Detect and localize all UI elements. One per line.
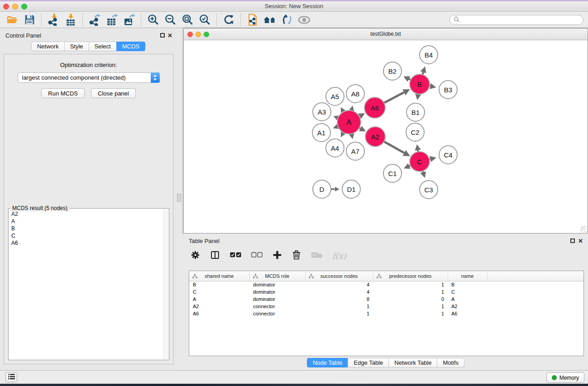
graphics-details-button[interactable] [278,13,296,27]
status-menu-button[interactable] [5,372,17,382]
zoom-selected-button[interactable] [196,13,213,27]
mcds-result-item[interactable]: A [10,218,163,225]
run-mcds-button[interactable]: Run MCDS [41,88,85,98]
tab-network-table[interactable]: Network Table [388,358,437,367]
network-minimize-button[interactable] [196,32,201,37]
close-panel-icon[interactable]: ✕ [167,32,172,39]
graph-node-label: A8 [351,90,359,98]
zoom-fit-icon [182,14,194,26]
network-window-titlebar[interactable]: testGlobe.txt [184,29,588,40]
close-window-button[interactable] [3,4,9,10]
tab-edge-table[interactable]: Edge Table [348,358,389,367]
mcds-result-item[interactable]: C [10,232,163,239]
tab-network[interactable]: Network [31,42,65,51]
table-row[interactable]: Adominator80A [189,295,583,303]
tab-motifs[interactable]: Motifs [437,358,464,367]
network-window-title: testGlobe.txt [184,29,588,40]
memory-button[interactable]: Memory [546,372,584,383]
table-row[interactable]: A6connector11A6 [189,310,583,317]
graph-node-label: C4 [444,151,452,159]
close-panel-icon[interactable]: ✕ [578,238,583,244]
control-panel-title: Control Panel [5,32,41,39]
main-content: Control Panel ✕ Network Style Select MCD… [0,28,588,370]
gear-icon [191,250,200,262]
zoom-fit-button[interactable] [179,13,196,27]
first-neighbors-icon [263,14,276,26]
mcds-result-item[interactable]: A2 [10,210,163,218]
export-table-icon [106,14,118,26]
export-table-button[interactable] [103,13,120,27]
column-header-filler [487,271,583,281]
column-header-successor-nodes[interactable]: successor nodes [305,271,373,281]
graph-node-label: C2 [411,129,419,136]
tab-style[interactable]: Style [64,42,89,51]
float-panel-icon[interactable] [160,33,165,38]
refresh-view-button[interactable] [220,13,237,27]
tab-mcds[interactable]: MCDS [116,42,145,51]
network-canvas[interactable]: B4B2BB3A8A5A6B1A3AC2A1A2A4A7C4CC1C3DD1 [184,40,588,233]
column-header-mcds-role[interactable]: MCDS role [249,271,305,281]
mcds-result-box: MCDS result (5 nodes) A2ABCA6 [8,208,169,360]
table-row[interactable]: Bdominator41B [189,281,583,288]
graph-node-label: A4 [331,144,339,152]
import-network-button[interactable] [45,13,62,27]
zoom-in-button[interactable] [144,13,162,27]
mcds-result-list: A2ABCA6 [10,210,163,359]
plus-icon [272,250,282,262]
optimization-criterion-dropdown[interactable]: largest connected component (directed) [18,72,160,83]
attribute-tree-icon [253,274,258,280]
status-bar: Memory [0,370,588,384]
minimize-window-button[interactable] [12,4,18,10]
mcds-result-item[interactable]: A6 [10,239,163,247]
mcds-result-item[interactable]: B [10,225,163,232]
zoom-in-icon [147,14,159,26]
panel-divider-handle[interactable] [177,194,181,202]
table-row[interactable]: Cdominator41C [189,288,583,295]
deselect-all-button[interactable] [251,252,263,260]
network-close-button[interactable] [187,32,193,37]
memory-label: Memory [559,375,579,381]
first-neighbors-button[interactable] [261,13,278,27]
add-column-button[interactable] [272,250,282,262]
column-header-name[interactable]: name [448,271,487,281]
show-column-button[interactable] [210,250,220,262]
close-panel-button[interactable]: Close panel [91,88,136,98]
zoom-out-button[interactable] [162,13,179,27]
window-resize-grip[interactable] [580,226,587,233]
table-panel: Table Panel ✕ f(x) shared name MCDS role [183,234,588,370]
search-input[interactable] [462,16,579,24]
import-table-button[interactable] [62,13,79,27]
tab-select[interactable]: Select [89,42,117,51]
column-icon [210,250,220,262]
export-image-button[interactable] [120,13,138,27]
function-builder-button[interactable]: f(x) [332,251,346,261]
open-file-button[interactable] [4,13,21,27]
result-scrollbar[interactable] [163,209,168,359]
new-network-from-selection-button[interactable] [244,13,261,27]
network-graph: B4B2BB3A8A5A6B1A3AC2A1A2A4A7C4CC1C3DD1 [184,40,588,233]
select-all-button[interactable] [230,252,241,260]
export-network-button[interactable] [86,13,103,27]
zoom-out-icon [164,14,177,26]
column-header-predecessor-nodes[interactable]: predecessor nodes [373,271,448,281]
float-panel-icon[interactable] [570,238,575,243]
unchecked-boxes-icon [251,252,263,260]
graph-node-label: A5 [331,93,339,100]
column-header-shared-name[interactable]: shared name [189,271,249,281]
save-session-button[interactable] [21,13,38,27]
toolbar-separator [141,14,141,26]
attribute-tree-icon [309,274,314,280]
delete-table-button[interactable] [311,252,322,260]
tab-node-table[interactable]: Node Table [307,358,349,367]
zoom-window-button[interactable] [21,4,27,10]
new-network-from-selection-icon [247,14,258,26]
desktop-edge [0,384,588,386]
attribute-tree-icon [377,274,382,280]
table-settings-button[interactable] [191,250,200,262]
delete-column-button[interactable] [292,250,301,262]
memory-status-icon [552,375,557,380]
birds-eye-view-button[interactable] [296,13,313,27]
network-zoom-button[interactable] [204,32,209,37]
search-field[interactable] [449,15,583,25]
table-row[interactable]: A2connector11A2 [189,303,583,310]
